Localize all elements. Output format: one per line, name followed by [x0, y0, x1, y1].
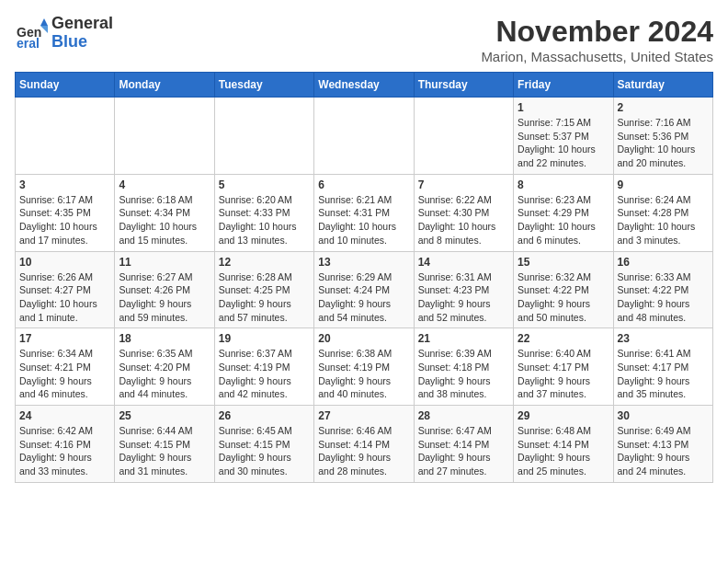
day-info: Sunrise: 6:31 AM Sunset: 4:23 PM Dayligh… — [418, 270, 509, 325]
day-cell: 17Sunrise: 6:34 AM Sunset: 4:21 PM Dayli… — [16, 328, 115, 406]
title-block: November 2024 Marion, Massachusetts, Uni… — [481, 15, 713, 64]
day-cell — [115, 98, 214, 175]
day-number: 29 — [518, 409, 609, 422]
day-info: Sunrise: 6:49 AM Sunset: 4:13 PM Dayligh… — [618, 424, 709, 478]
day-number: 27 — [318, 409, 409, 422]
day-cell: 19Sunrise: 6:37 AM Sunset: 4:19 PM Dayli… — [214, 328, 313, 406]
day-number: 13 — [318, 256, 409, 269]
day-cell: 27Sunrise: 6:46 AM Sunset: 4:14 PM Dayli… — [314, 406, 414, 483]
day-number: 23 — [618, 332, 709, 345]
day-number: 10 — [19, 256, 110, 269]
day-cell: 12Sunrise: 6:28 AM Sunset: 4:25 PM Dayli… — [214, 251, 313, 328]
day-info: Sunrise: 6:38 AM Sunset: 4:19 PM Dayligh… — [318, 347, 409, 401]
day-number: 30 — [618, 409, 709, 422]
day-info: Sunrise: 6:21 AM Sunset: 4:31 PM Dayligh… — [318, 193, 409, 247]
day-number: 7 — [418, 178, 509, 191]
week-row-2: 3Sunrise: 6:17 AM Sunset: 4:35 PM Daylig… — [16, 174, 713, 251]
day-cell: 5Sunrise: 6:20 AM Sunset: 4:33 PM Daylig… — [214, 174, 313, 251]
day-cell: 8Sunrise: 6:23 AM Sunset: 4:29 PM Daylig… — [514, 174, 613, 251]
day-info: Sunrise: 6:34 AM Sunset: 4:21 PM Dayligh… — [19, 347, 110, 401]
day-info: Sunrise: 6:37 AM Sunset: 4:19 PM Dayligh… — [219, 347, 310, 401]
column-header-thursday: Thursday — [414, 73, 513, 98]
day-info: Sunrise: 6:41 AM Sunset: 4:17 PM Dayligh… — [618, 347, 709, 401]
day-info: Sunrise: 6:39 AM Sunset: 4:18 PM Dayligh… — [418, 347, 509, 401]
column-header-saturday: Saturday — [613, 73, 712, 98]
logo: Gen eral General Blue — [15, 15, 113, 52]
day-number: 18 — [119, 332, 210, 345]
day-cell: 14Sunrise: 6:31 AM Sunset: 4:23 PM Dayli… — [414, 251, 513, 328]
day-info: Sunrise: 7:16 AM Sunset: 5:36 PM Dayligh… — [618, 116, 709, 170]
week-row-3: 10Sunrise: 6:26 AM Sunset: 4:27 PM Dayli… — [16, 251, 713, 328]
day-cell: 23Sunrise: 6:41 AM Sunset: 4:17 PM Dayli… — [613, 328, 712, 406]
day-number: 2 — [618, 101, 709, 114]
day-info: Sunrise: 6:27 AM Sunset: 4:26 PM Dayligh… — [119, 270, 210, 325]
day-info: Sunrise: 6:40 AM Sunset: 4:17 PM Dayligh… — [518, 347, 609, 401]
day-info: Sunrise: 6:32 AM Sunset: 4:22 PM Dayligh… — [518, 270, 609, 325]
week-row-1: 1Sunrise: 7:15 AM Sunset: 5:37 PM Daylig… — [16, 98, 713, 175]
column-header-wednesday: Wednesday — [314, 73, 414, 98]
day-number: 16 — [618, 256, 709, 269]
day-info: Sunrise: 6:47 AM Sunset: 4:14 PM Dayligh… — [418, 424, 509, 478]
day-number: 20 — [318, 332, 409, 345]
week-row-4: 17Sunrise: 6:34 AM Sunset: 4:21 PM Dayli… — [16, 328, 713, 406]
header: Gen eral General Blue November 2024 Mari… — [15, 15, 713, 64]
column-header-tuesday: Tuesday — [214, 73, 313, 98]
day-number: 9 — [618, 178, 709, 191]
day-info: Sunrise: 6:44 AM Sunset: 4:15 PM Dayligh… — [119, 424, 210, 478]
day-cell: 28Sunrise: 6:47 AM Sunset: 4:14 PM Dayli… — [414, 406, 513, 483]
day-info: Sunrise: 6:17 AM Sunset: 4:35 PM Dayligh… — [19, 193, 110, 247]
day-cell: 29Sunrise: 6:48 AM Sunset: 4:14 PM Dayli… — [514, 406, 613, 483]
day-info: Sunrise: 6:20 AM Sunset: 4:33 PM Dayligh… — [219, 193, 310, 247]
day-cell: 3Sunrise: 6:17 AM Sunset: 4:35 PM Daylig… — [16, 174, 115, 251]
column-header-monday: Monday — [115, 73, 214, 98]
day-cell — [16, 98, 115, 175]
week-row-5: 24Sunrise: 6:42 AM Sunset: 4:16 PM Dayli… — [16, 406, 713, 483]
logo-icon: Gen eral — [15, 17, 48, 50]
day-info: Sunrise: 6:35 AM Sunset: 4:20 PM Dayligh… — [119, 347, 210, 401]
day-number: 28 — [418, 409, 509, 422]
day-cell: 15Sunrise: 6:32 AM Sunset: 4:22 PM Dayli… — [514, 251, 613, 328]
day-cell: 6Sunrise: 6:21 AM Sunset: 4:31 PM Daylig… — [314, 174, 414, 251]
column-header-sunday: Sunday — [16, 73, 115, 98]
day-cell: 30Sunrise: 6:49 AM Sunset: 4:13 PM Dayli… — [613, 406, 712, 483]
day-cell: 24Sunrise: 6:42 AM Sunset: 4:16 PM Dayli… — [16, 406, 115, 483]
day-number: 25 — [119, 409, 210, 422]
day-number: 14 — [418, 256, 509, 269]
day-info: Sunrise: 6:42 AM Sunset: 4:16 PM Dayligh… — [19, 424, 110, 478]
day-cell: 1Sunrise: 7:15 AM Sunset: 5:37 PM Daylig… — [514, 98, 613, 175]
day-cell: 18Sunrise: 6:35 AM Sunset: 4:20 PM Dayli… — [115, 328, 214, 406]
day-info: Sunrise: 6:28 AM Sunset: 4:25 PM Dayligh… — [219, 270, 310, 325]
day-info: Sunrise: 6:26 AM Sunset: 4:27 PM Dayligh… — [19, 270, 110, 325]
day-cell — [214, 98, 313, 175]
day-cell: 4Sunrise: 6:18 AM Sunset: 4:34 PM Daylig… — [115, 174, 214, 251]
day-info: Sunrise: 6:46 AM Sunset: 4:14 PM Dayligh… — [318, 424, 409, 478]
day-number: 8 — [518, 178, 609, 191]
day-number: 26 — [219, 409, 310, 422]
logo-blue: Blue — [51, 32, 87, 51]
day-cell: 10Sunrise: 6:26 AM Sunset: 4:27 PM Dayli… — [16, 251, 115, 328]
day-cell: 26Sunrise: 6:45 AM Sunset: 4:15 PM Dayli… — [214, 406, 313, 483]
month-year: November 2024 — [481, 15, 713, 49]
calendar: SundayMondayTuesdayWednesdayThursdayFrid… — [15, 72, 713, 483]
day-info: Sunrise: 6:33 AM Sunset: 4:22 PM Dayligh… — [618, 270, 709, 325]
day-info: Sunrise: 6:48 AM Sunset: 4:14 PM Dayligh… — [518, 424, 609, 478]
day-cell: 22Sunrise: 6:40 AM Sunset: 4:17 PM Dayli… — [514, 328, 613, 406]
calendar-body: 1Sunrise: 7:15 AM Sunset: 5:37 PM Daylig… — [16, 98, 713, 483]
day-number: 24 — [19, 409, 110, 422]
day-info: Sunrise: 6:22 AM Sunset: 4:30 PM Dayligh… — [418, 193, 509, 247]
day-info: Sunrise: 7:15 AM Sunset: 5:37 PM Dayligh… — [518, 116, 609, 170]
day-cell — [314, 98, 414, 175]
day-number: 3 — [19, 178, 110, 191]
day-info: Sunrise: 6:29 AM Sunset: 4:24 PM Dayligh… — [318, 270, 409, 325]
logo-general: General — [51, 14, 113, 32]
day-cell: 11Sunrise: 6:27 AM Sunset: 4:26 PM Dayli… — [115, 251, 214, 328]
column-header-friday: Friday — [514, 73, 613, 98]
svg-text:eral: eral — [17, 36, 40, 50]
svg-marker-2 — [40, 18, 48, 26]
day-cell — [414, 98, 513, 175]
day-number: 22 — [518, 332, 609, 345]
day-cell: 20Sunrise: 6:38 AM Sunset: 4:19 PM Dayli… — [314, 328, 414, 406]
day-number: 15 — [518, 256, 609, 269]
day-number: 6 — [318, 178, 409, 191]
calendar-header: SundayMondayTuesdayWednesdayThursdayFrid… — [16, 73, 713, 98]
